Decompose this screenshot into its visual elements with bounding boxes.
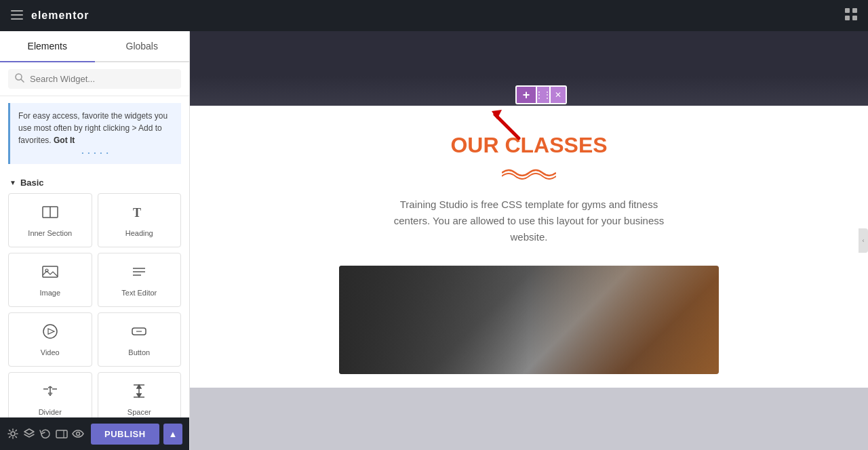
canvas: + ⋮⋮ ✕ ‹	[190, 31, 868, 450]
responsive-icon-btn[interactable]	[56, 422, 68, 445]
tip-dots: • • • • •	[18, 149, 173, 157]
widget-spacer-label: Spacer	[127, 408, 151, 416]
history-icon-btn[interactable]	[39, 422, 52, 445]
widget-heading[interactable]: T Heading	[98, 193, 182, 247]
widget-video[interactable]: Video	[8, 312, 92, 367]
search-input-wrap	[8, 69, 181, 89]
video-icon	[41, 323, 59, 343]
sidebar-tabs: Elements Globals	[0, 31, 189, 62]
svg-rect-5	[845, 16, 850, 20]
gym-image	[339, 266, 719, 374]
settings-icon-btn[interactable]	[7, 422, 19, 445]
tip-text: For easy access, favorite the widgets yo…	[18, 111, 167, 145]
widget-button[interactable]: Button	[98, 312, 182, 367]
svg-rect-32	[56, 430, 67, 438]
svg-line-8	[21, 79, 24, 82]
drag-widget-handle[interactable]: ⋮⋮	[537, 85, 551, 104]
widget-image-label: Image	[39, 289, 60, 297]
topbar: elementor	[0, 0, 868, 31]
publish-chevron-btn[interactable]: ▲	[163, 424, 183, 445]
svg-marker-18	[48, 329, 54, 334]
grid-icon[interactable]	[845, 8, 857, 24]
collapse-sidebar-handle[interactable]: ‹	[859, 228, 868, 253]
widget-button-label: Button	[128, 348, 150, 356]
close-widget-button[interactable]: ✕	[551, 85, 567, 104]
basic-section-label: Basic	[20, 178, 44, 188]
svg-rect-6	[852, 16, 857, 20]
image-icon	[41, 263, 59, 283]
svg-rect-12	[43, 266, 58, 277]
svg-rect-4	[852, 8, 857, 13]
text-editor-icon	[130, 263, 148, 283]
topbar-left: elementor	[11, 9, 89, 23]
main-area: Elements Globals For easy access,	[0, 31, 868, 450]
elementor-logo: elementor	[31, 9, 89, 22]
basic-section-header[interactable]: ▼ Basic	[0, 171, 189, 193]
classes-description: Training Studio is free CSS template for…	[383, 197, 675, 245]
svg-point-31	[11, 432, 15, 436]
widget-text-editor-label: Text Editor	[121, 289, 157, 297]
got-it-link[interactable]: Got It	[54, 136, 75, 145]
canvas-white: ‹ OUR CLASSES Training Studio is free CS…	[190, 106, 868, 388]
bottom-bar: PUBLISH ▲	[0, 417, 189, 450]
gym-image-overlay	[339, 266, 719, 374]
search-icon	[15, 73, 24, 85]
add-widget-button[interactable]: +	[515, 85, 537, 104]
app: elementor Elements Globals	[0, 0, 868, 450]
collapse-chevron-icon: ‹	[863, 237, 865, 244]
search-wrap	[0, 62, 189, 96]
widget-heading-label: Heading	[125, 229, 153, 237]
svg-point-34	[77, 432, 80, 436]
svg-text:T: T	[133, 206, 141, 220]
svg-rect-0	[11, 10, 23, 12]
widget-spacer[interactable]: Spacer	[98, 372, 182, 417]
widget-divider[interactable]: Divider	[8, 372, 92, 417]
wave-divider	[502, 166, 556, 183]
heading-icon: T	[130, 203, 148, 224]
inner-section-icon	[41, 203, 59, 224]
widget-inner-section-label: Inner Section	[28, 229, 72, 237]
hamburger-icon[interactable]	[11, 9, 23, 23]
widget-video-label: Video	[41, 348, 60, 356]
sidebar: Elements Globals For easy access,	[0, 31, 190, 450]
widget-divider-label: Divider	[39, 408, 62, 416]
canvas-top-dark: + ⋮⋮ ✕	[190, 31, 868, 106]
widget-inner-section[interactable]: Inner Section	[8, 193, 92, 247]
search-input[interactable]	[30, 74, 174, 84]
widget-image[interactable]: Image	[8, 253, 92, 307]
tab-elements[interactable]: Elements	[0, 31, 95, 62]
svg-rect-3	[845, 8, 850, 13]
svg-rect-1	[11, 14, 23, 16]
layers-icon-btn[interactable]	[23, 422, 35, 445]
svg-rect-2	[11, 18, 23, 20]
eye-icon-btn[interactable]	[72, 422, 84, 445]
tip-box: For easy access, favorite the widgets yo…	[8, 103, 181, 164]
button-icon	[130, 323, 148, 343]
floating-toolbar: + ⋮⋮ ✕	[515, 85, 567, 104]
widget-grid: Inner Section T Heading	[0, 193, 189, 417]
widget-text-editor[interactable]: Text Editor	[98, 253, 182, 307]
chevron-down-icon: ▼	[9, 179, 16, 186]
spacer-icon	[130, 382, 148, 403]
canvas-inner: + ⋮⋮ ✕ ‹	[190, 31, 868, 450]
divider-icon	[41, 382, 59, 403]
publish-button[interactable]: PUBLISH	[91, 424, 159, 445]
tab-globals[interactable]: Globals	[95, 31, 190, 61]
